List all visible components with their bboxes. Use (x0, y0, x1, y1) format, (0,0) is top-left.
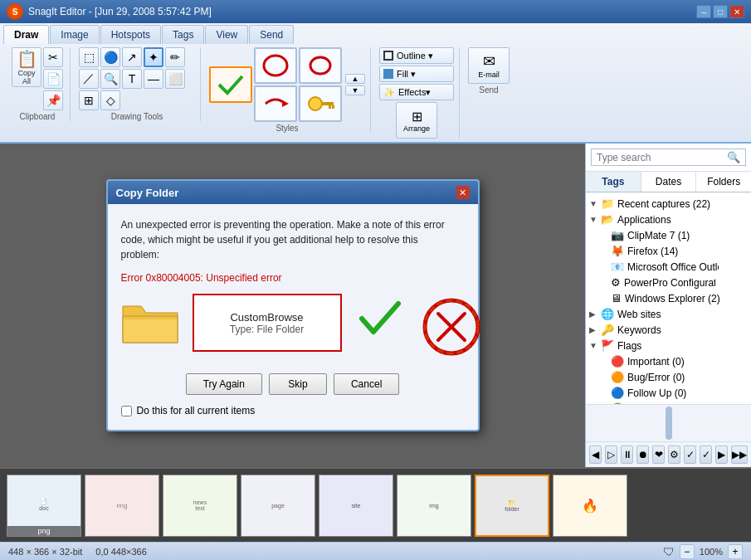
tree-item-important[interactable]: 🔴 Important (0) (596, 353, 751, 369)
sidebar-tool-9[interactable]: ▶ (715, 446, 728, 464)
zoom-out-button[interactable]: − (680, 544, 695, 559)
ribbon-content: 📋 CopyAll ✂ 📄 📌 Clipboard ⬚ 🔵 ↗ ✦ (0, 44, 751, 142)
sidebar-tool-3[interactable]: ⏸ (621, 446, 633, 464)
eraser-tool[interactable]: ◇ (100, 90, 120, 110)
tree-item-followup[interactable]: 🔵 Follow Up (0) (596, 385, 751, 401)
close-button[interactable]: ✕ (729, 5, 744, 18)
tree-item-bugerror[interactable]: 🟠 Bug/Error (0) (596, 369, 751, 385)
thumbnail-8[interactable]: 🔥 (553, 475, 627, 537)
tab-view[interactable]: View (205, 25, 248, 44)
canvas-area: OpenMap Copy Folder ✕ An unexpected erro… (0, 144, 585, 467)
line2-tool[interactable]: — (144, 69, 163, 89)
dialog-buttons: Try Again Skip Cancel (121, 373, 465, 395)
tab-image[interactable]: Image (50, 25, 99, 44)
tree-icon-clipmate: 📷 (611, 229, 624, 241)
minimize-button[interactable]: – (696, 5, 711, 18)
style-key[interactable] (299, 85, 342, 122)
arrow-tool[interactable]: ↗ (122, 47, 142, 67)
shape-tool[interactable]: ⬜ (165, 69, 185, 89)
sidebar-tab-tags[interactable]: Tags (586, 172, 641, 192)
sidebar-tab-dates[interactable]: Dates (641, 172, 697, 192)
pen-tool[interactable]: ✏ (165, 47, 185, 67)
select-tool[interactable]: ⬚ (79, 47, 99, 67)
sidebar-scroll-area (586, 404, 751, 441)
outline-button[interactable]: Outline ▾ (379, 47, 454, 64)
tree-item-windows-explorer[interactable]: 🖥 Windows Explorer (2) (596, 290, 751, 306)
do-for-all-checkbox[interactable] (121, 406, 132, 416)
file-type: Type: File Folder (230, 324, 304, 335)
stamp-tool[interactable]: 🔵 (100, 47, 120, 67)
tree-icon-websites: 🌐 (601, 308, 614, 320)
dialog-error-text: Error 0x80004005: Unspecified error (121, 272, 465, 284)
effects-button[interactable]: ✨Effects ▾ (379, 84, 454, 100)
fill-button[interactable]: Fill ▾ (379, 66, 454, 82)
thumbnail-5[interactable]: site (319, 475, 393, 537)
cut-button[interactable]: ✂ (43, 47, 63, 67)
status-bar: 448 × 366 × 32-bit 0,0 448×366 🛡 − 100% … (0, 542, 751, 560)
style-checkmark[interactable] (209, 66, 252, 103)
styles-scroll-up[interactable]: ▲ (345, 74, 365, 84)
tree-item-firefox[interactable]: 🦊 Firefox (14) (596, 243, 751, 259)
thumbnail-7[interactable]: 📁folder (475, 475, 549, 537)
thumbnail-1[interactable]: 📄doc png (7, 475, 81, 537)
sidebar-bottom: ◀ ▷ ⏸ ⏺ ❤ ⚙ ✓ ✓ ▶ ▶▶ (586, 441, 751, 467)
maximize-button[interactable]: □ (713, 5, 728, 18)
sidebar-tool-4[interactable]: ⏺ (636, 446, 649, 464)
copy-all-button[interactable]: 📋 CopyAll (12, 47, 41, 87)
tree-item-outlook[interactable]: 📧 Microsoft Office Outloo (596, 259, 751, 275)
sidebar-tool-5[interactable]: ❤ (652, 446, 665, 464)
sidebar-tool-2[interactable]: ▷ (605, 446, 617, 464)
sidebar-tool-10[interactable]: ▶▶ (731, 446, 748, 464)
search-input[interactable] (597, 152, 727, 163)
shield-icon: 🛡 (663, 545, 675, 558)
cancel-button[interactable]: Cancel (334, 373, 399, 395)
thumbnail-6[interactable]: img (397, 475, 471, 537)
app-logo: S (7, 3, 23, 20)
line-tool[interactable]: ／ (79, 69, 99, 89)
zoom-tool[interactable]: 🔍 (100, 69, 120, 89)
sidebar-tool-1[interactable]: ◀ (589, 446, 602, 464)
thumbnail-2[interactable]: img (85, 475, 159, 537)
style-arrow-red[interactable] (254, 85, 297, 122)
copy-button[interactable]: 📄 (43, 69, 63, 89)
tab-draw[interactable]: Draw (3, 25, 49, 44)
ribbon: Draw Image Hotspots Tags View Send 📋 Cop… (0, 23, 751, 144)
tree-icon-flags: 🚩 (601, 339, 614, 352)
sidebar-tool-8[interactable]: ✓ (700, 446, 712, 464)
tree-arrow-keywords: ▶ (589, 325, 597, 334)
search-box: 🔍 (586, 144, 751, 172)
arrange-button[interactable]: ⊞ Arrange (396, 102, 437, 139)
tree-item-recent[interactable]: ▼ 📁 Recent captures (22) (586, 196, 751, 212)
thumbnail-4[interactable]: page (241, 475, 315, 537)
styles-group: ▲ ▼ (209, 47, 365, 122)
skip-button[interactable]: Skip (269, 373, 327, 395)
tree-item-applications[interactable]: ▼ 📂 Applications (586, 212, 751, 227)
blur-tool[interactable]: ⊞ (79, 90, 99, 110)
tab-hotspots[interactable]: Hotspots (100, 25, 161, 44)
text-tool[interactable]: T (122, 69, 142, 89)
sidebar-tool-6[interactable]: ⚙ (668, 446, 680, 464)
sidebar-tab-folders[interactable]: Folders (696, 172, 751, 192)
tab-tags[interactable]: Tags (162, 25, 204, 44)
tree-icon-applications: 📂 (601, 213, 614, 226)
style-oval-red[interactable] (299, 47, 342, 84)
styles-scroll-down[interactable]: ▼ (345, 85, 365, 95)
tree-icon-outlook: 📧 (611, 261, 624, 273)
sidebar-tool-7[interactable]: ✓ (684, 446, 696, 464)
highlight-tool[interactable]: ✦ (144, 47, 163, 67)
tree-item-websites[interactable]: ▶ 🌐 Web sites (586, 306, 751, 322)
tree-item-clipmate[interactable]: 📷 ClipMate 7 (1) (596, 227, 751, 243)
paste-button[interactable]: 📌 (43, 90, 63, 110)
dialog-close-button[interactable]: ✕ (456, 186, 470, 199)
tree-item-flags[interactable]: ▼ 🚩 Flags (586, 338, 751, 353)
email-button[interactable]: ✉ E-mail (468, 47, 510, 84)
tree-item-powerpro[interactable]: ⚙ PowerPro Configuration (596, 275, 751, 290)
scrollbar-thumb[interactable] (666, 407, 672, 440)
thumbnail-3[interactable]: newstext (163, 475, 237, 537)
style-circle-red[interactable] (254, 47, 297, 84)
try-again-button[interactable]: Try Again (186, 373, 262, 395)
tab-send[interactable]: Send (249, 25, 294, 44)
zoom-in-button[interactable]: + (728, 544, 743, 559)
tree-label-bugerror: Bug/Error (0) (627, 372, 685, 383)
tree-item-keywords[interactable]: ▶ 🔑 Keywords (586, 322, 751, 338)
